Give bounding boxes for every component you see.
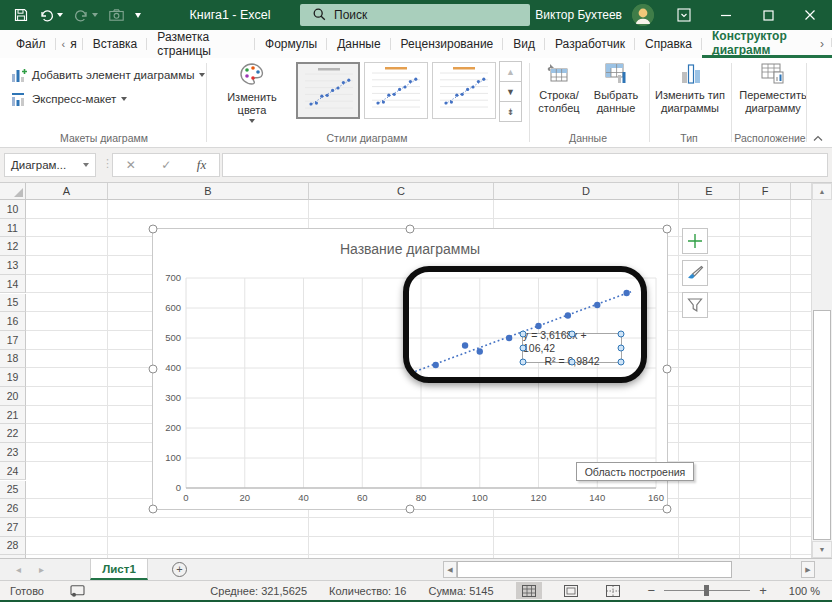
row-header-18[interactable]: 18 (0, 350, 26, 369)
macro-record-icon[interactable] (70, 585, 85, 597)
ribbon-tab-6[interactable]: Данные (327, 30, 390, 58)
label-selection-handle[interactable] (618, 331, 625, 338)
add-chart-element-button[interactable]: Добавить элемент диаграммы (8, 64, 208, 86)
sheet-tab-list1[interactable]: Лист1 (90, 559, 148, 580)
row-column-switch-button[interactable]: Строка/ столбец (532, 62, 586, 115)
undo-dropdown-icon[interactable] (57, 13, 63, 17)
column-header-C[interactable]: C (309, 183, 494, 200)
zoom-slider[interactable] (664, 590, 750, 591)
chart-style-thumb-2[interactable] (364, 62, 428, 119)
gallery-up-icon[interactable]: ▲ (499, 61, 522, 82)
column-header-D[interactable]: D (494, 183, 679, 200)
chart-filters-button[interactable] (682, 292, 708, 318)
data-point[interactable] (477, 348, 483, 354)
qat-customize-icon[interactable] (135, 13, 141, 18)
data-point[interactable] (506, 335, 512, 341)
ribbon-display-options-icon[interactable] (672, 0, 696, 30)
zoom-in-icon[interactable]: + (759, 583, 767, 598)
row-header-25[interactable]: 25 (0, 481, 26, 500)
row-header-11[interactable]: 11 (0, 219, 26, 238)
data-point[interactable] (594, 302, 600, 308)
status-sum[interactable]: Сумма: 5145 (428, 585, 493, 597)
row-header-20[interactable]: 20 (0, 387, 26, 406)
ribbon-tab-3[interactable]: Вставка (83, 30, 148, 58)
change-colors-button[interactable]: Изменить цвета (216, 62, 288, 123)
ribbon-tab-11[interactable]: Конструктор диаграмм (702, 30, 832, 58)
scroll-left-icon[interactable]: ◀ (443, 561, 457, 578)
add-sheet-button[interactable]: + (172, 562, 187, 577)
chart-selection-handle[interactable] (149, 225, 158, 234)
collapse-ribbon-icon[interactable] (813, 135, 823, 142)
ribbon-tab-7[interactable]: Рецензирование (391, 30, 504, 58)
cancel-icon[interactable]: ✕ (126, 158, 136, 172)
ribbon-tab-9[interactable]: Разработчик (545, 30, 635, 58)
data-point[interactable] (565, 312, 571, 318)
row-header-22[interactable]: 22 (0, 424, 26, 443)
trendline-equation-label[interactable]: y = 3,6168x + 106,42 R² = 0,9842 (522, 333, 622, 363)
ribbon-tab-5[interactable]: Формулы (255, 30, 327, 58)
vertical-scrollbar-thumb[interactable] (813, 310, 831, 540)
normal-view-button[interactable] (516, 582, 542, 599)
chart-styles-button[interactable] (682, 260, 708, 286)
label-selection-handle[interactable] (520, 331, 527, 338)
label-selection-handle[interactable] (618, 345, 625, 352)
column-header-F[interactable]: F (740, 183, 791, 200)
minimize-button[interactable] (714, 0, 738, 30)
column-header-B[interactable]: B (108, 183, 309, 200)
ribbon-tab-2[interactable]: ‹я (56, 30, 83, 58)
close-button[interactable] (798, 0, 822, 30)
change-chart-type-button[interactable]: Изменить тип диаграммы (652, 62, 728, 115)
row-header-19[interactable]: 19 (0, 368, 26, 387)
chart-elements-button[interactable] (682, 228, 708, 254)
name-box[interactable]: Диаграм... (4, 153, 96, 177)
data-point[interactable] (462, 342, 468, 348)
select-all-corner[interactable] (0, 183, 26, 200)
chart-selection-handle[interactable] (149, 365, 158, 374)
chart-title[interactable]: Название диаграммы (153, 241, 667, 257)
row-header-24[interactable]: 24 (0, 462, 26, 481)
tab-scroll-left-icon[interactable]: ‹ (62, 38, 66, 50)
row-header-13[interactable]: 13 (0, 256, 26, 275)
data-point[interactable] (432, 362, 438, 368)
name-box-dropdown-icon[interactable] (83, 163, 89, 167)
gallery-down-icon[interactable]: ▼ (499, 81, 522, 102)
express-layout-button[interactable]: Экспресс-макет (8, 88, 130, 110)
chart-selection-handle[interactable] (406, 505, 415, 514)
scroll-right-icon[interactable]: ▶ (801, 561, 815, 578)
chart-selection-handle[interactable] (663, 365, 672, 374)
sheet-prev-icon[interactable]: ◂ (16, 564, 21, 575)
undo-button[interactable] (39, 9, 63, 22)
chart-selection-handle[interactable] (663, 505, 672, 514)
chart-selection-handle[interactable] (149, 505, 158, 514)
label-selection-handle[interactable] (618, 359, 625, 366)
row-header-17[interactable]: 17 (0, 331, 26, 350)
enter-icon[interactable]: ✓ (161, 158, 171, 172)
row-header-15[interactable]: 15 (0, 294, 26, 313)
ribbon-tab-1[interactable]: Файл (6, 30, 56, 58)
row-header-26[interactable]: 26 (0, 499, 26, 518)
ribbon-tab-4[interactable]: Разметка страницы (147, 30, 255, 58)
sheet-next-icon[interactable]: ▸ (39, 564, 44, 575)
ribbon-tab-8[interactable]: Вид (503, 30, 545, 58)
select-data-button[interactable]: Выбрать данные (588, 62, 644, 115)
user-name[interactable]: Виктор Бухтеев (535, 8, 622, 22)
scroll-up-icon[interactable]: ▲ (812, 183, 832, 200)
status-count[interactable]: Количество: 16 (329, 585, 406, 597)
column-header-A[interactable]: A (26, 183, 108, 200)
row-header-23[interactable]: 23 (0, 443, 26, 462)
zoom-out-icon[interactable]: − (648, 583, 656, 598)
avatar[interactable] (632, 4, 654, 26)
row-header-16[interactable]: 16 (0, 312, 26, 331)
tab-scroll-right-icon[interactable]: › (814, 30, 830, 58)
search-box[interactable]: Поиск (300, 4, 530, 26)
column-header-partial[interactable] (791, 183, 812, 200)
insert-function-icon[interactable]: fx (197, 157, 206, 173)
row-header-28[interactable]: 28 (0, 537, 26, 556)
chart-selection-handle[interactable] (663, 225, 672, 234)
row-header-21[interactable]: 21 (0, 406, 26, 425)
label-selection-handle[interactable] (569, 359, 576, 366)
status-average[interactable]: Среднее: 321,5625 (210, 585, 307, 597)
chart-style-thumb-3[interactable] (432, 62, 496, 119)
maximize-button[interactable] (756, 0, 780, 30)
chart-style-thumb-1[interactable] (296, 62, 360, 119)
